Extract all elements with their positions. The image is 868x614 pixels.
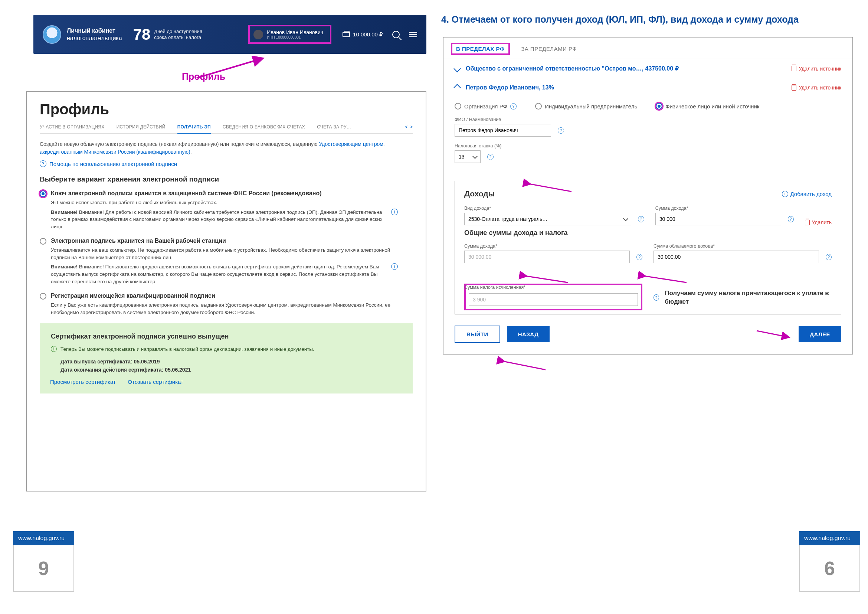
option-desc: Устанавливается на ваш компьютер. Не под… [51,247,392,261]
radio-ip[interactable]: Индивидуальный предприниматель [535,103,637,110]
fio-label: ФИО / Наименование [454,117,841,122]
tax-calc-input [469,293,638,306]
option-title: Регистрация имеющейся квалифицированной … [51,293,413,299]
plus-icon: + [782,191,788,197]
svg-line-4 [505,361,546,370]
taxable-label: Сумма облагаемого дохода* [654,243,832,249]
annotation-profile: Профиль [182,71,225,82]
help-icon[interactable]: ? [558,127,564,133]
income-sum-input[interactable] [656,213,781,225]
page-number: 9 [13,545,74,592]
rate-select[interactable] [454,150,480,163]
option-desc: ЭП можно использовать при работе на любы… [51,199,392,206]
page-footer: www.nalog.gov.ru 9 [13,531,74,592]
help-icon[interactable]: ? [510,103,516,110]
ep-option-local[interactable]: Электронная подпись хранится на Вашей ра… [40,237,413,285]
exit-button[interactable]: ВЫЙТИ [454,326,500,343]
tab-bank[interactable]: СВЕДЕНИЯ О БАНКОВСКИХ СЧЕТАХ [223,124,305,130]
user-name: Иванов Иван Иванович [267,29,323,35]
help-icon[interactable]: ? [788,216,794,222]
radio-fl[interactable]: Физическое лицо или иной источник [656,103,759,110]
tab-orgs[interactable]: УЧАСТИЕ В ОРГАНИЗАЦИЯХ [40,124,105,130]
fio-input[interactable] [454,124,551,136]
total-income-label: Сумма дохода* [464,243,642,249]
page-number: 6 [799,545,860,592]
trash-icon [805,220,810,225]
trash-icon [792,85,797,91]
view-cert-link[interactable]: Просмотреть сертификат [50,378,116,385]
help-icon[interactable]: ? [654,295,659,301]
profile-panel: Профиль УЧАСТИЕ В ОРГАНИЗАЦИЯХ ИСТОРИЯ Д… [26,91,426,492]
radio-icon[interactable] [40,238,46,245]
svg-line-5 [757,331,788,337]
cert-expiry-date: Дата окончания действия сертификата: 05.… [60,367,401,373]
fns-logo-icon [43,25,61,44]
delete-source-button[interactable]: Удалить источник [792,85,841,91]
footer-url: www.nalog.gov.ru [13,531,74,545]
cert-success-box: Сертификат электронной подписи успешно в… [40,323,413,394]
revoke-cert-link[interactable]: Отозвать сертификат [128,378,183,385]
help-link[interactable]: ?Помощь по использованию электронной под… [40,160,413,167]
option-desc: Если у Вас уже есть квалифицированная эл… [51,301,392,316]
income-panel: В ПРЕДЕЛАХ РФ ЗА ПРЕДЕЛАМИ РФ Общество с… [443,37,853,355]
back-button[interactable]: НАЗАД [507,326,550,342]
source-row-1[interactable]: Общество с ограниченной ответственностью… [443,59,852,78]
app-title: Личный кабинет налогоплательщика [67,27,122,41]
tab-get-ep[interactable]: ПОЛУЧИТЬ ЭП [177,124,211,133]
option-title: Электронная подпись хранится на Вашей ра… [51,237,413,244]
intro-text: Создайте новую облачную электронную подп… [40,140,389,156]
balance-amount: 10 000,00 ₽ [353,31,383,38]
tab-abroad[interactable]: ЗА ПРЕДЕЛАМИ РФ [521,46,577,52]
search-icon[interactable] [392,31,400,38]
days-caption: Дней до наступления срока оплаты налога [154,29,202,40]
ep-option-register[interactable]: Регистрация имеющейся квалифицированной … [40,293,413,316]
avatar-icon [253,30,263,39]
user-profile-link[interactable]: Иванов Иван Иванович ИНН 100000000001 [248,25,332,44]
option-warn: Внимание! Внимание! Для работы с новой в… [51,209,392,231]
choose-heading: Выберите вариант хранения электронной по… [40,175,413,183]
balance[interactable]: 10 000,00 ₽ [343,31,383,38]
add-income-button[interactable]: +Добавить доход [782,191,832,197]
next-button[interactable]: ДАЛЕЕ [798,326,841,342]
help-icon[interactable]: ? [487,154,494,160]
radio-icon[interactable] [40,293,46,299]
cert-issue-date: Дата выпуска сертификата: 05.06.2019 [60,358,401,364]
wallet-icon [343,32,350,37]
tabs-nav[interactable]: < > [405,124,413,130]
tab-history[interactable]: ИСТОРИЯ ДЕЙСТВИЙ [116,124,166,130]
income-type-label: Вид дохода* [464,206,644,211]
ep-option-fns[interactable]: Ключ электронной подписи хранится в защи… [40,190,413,230]
page-footer: www.nalog.gov.ru 6 [799,531,860,592]
option-warn: Внимание! Внимание! Пользователю предост… [51,263,392,285]
chevron-up-icon [454,84,461,91]
info-icon[interactable]: i [391,263,398,270]
user-inn: ИНН 100000000001 [267,35,323,39]
source-title: Общество с ограниченной ответственностью… [466,65,679,72]
radio-org[interactable]: Организация РФ? [454,103,516,110]
menu-icon[interactable] [409,32,417,37]
tab-accounts[interactable]: СЧЕТА ЗА РУ… [317,124,351,130]
info-icon: i [51,346,57,352]
source-row-2[interactable]: Петров Федор Иванович, 13% Удалить источ… [443,78,852,97]
lk-header: Личный кабинет налогоплательщика 78 Дней… [33,15,426,54]
annotation-arrow [755,329,792,340]
annotation-arrow [503,360,547,372]
delete-source-button[interactable]: Удалить источник [792,66,841,71]
help-icon[interactable]: ? [826,254,832,260]
info-icon[interactable]: i [391,209,398,215]
page-title: Профиль [40,101,413,118]
income-sum-label: Сумма дохода* [656,206,794,211]
tax-note: Получаем сумму налога причитающегося к у… [665,289,832,306]
taxable-input[interactable] [654,251,819,263]
total-income-input [464,251,630,263]
footer-url: www.nalog.gov.ru [799,531,860,545]
totals-heading: Общие суммы дохода и налога [464,229,832,237]
income-type-select[interactable] [464,213,631,225]
tab-rf[interactable]: В ПРЕДЕЛАХ РФ [451,43,510,55]
radio-icon[interactable] [40,191,46,197]
delete-income-button[interactable]: Удалить [805,219,832,225]
help-icon[interactable]: ? [638,216,644,222]
help-icon[interactable]: ? [636,254,642,260]
trash-icon [792,66,797,71]
source-title: Петров Федор Иванович, 13% [466,84,554,91]
